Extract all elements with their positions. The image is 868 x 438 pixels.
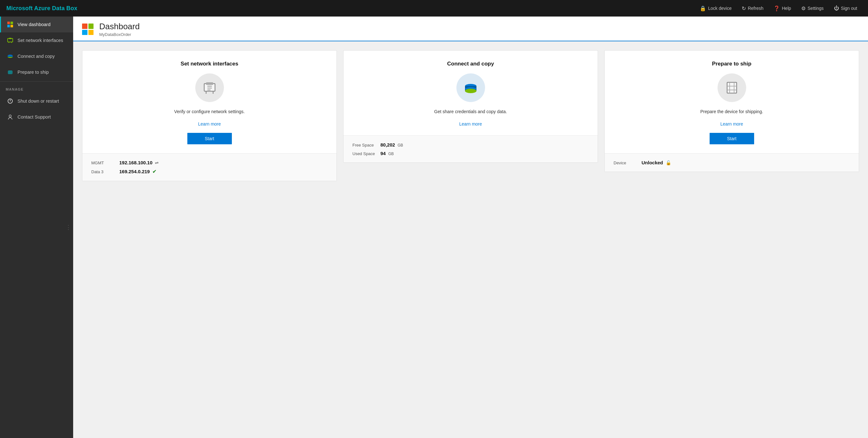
page-title: Dashboard (99, 22, 140, 31)
sidebar-label-dashboard: View dashboard (18, 22, 51, 27)
sidebar-drag-handle[interactable]: ⋮ (65, 224, 71, 231)
page-subtitle: MyDataBoxOrder (99, 32, 140, 37)
sidebar-item-contact-support[interactable]: Contact Support (0, 109, 73, 125)
svg-rect-0 (7, 22, 10, 24)
refresh-button[interactable]: ↻ Refresh (737, 3, 768, 13)
network-icon (7, 37, 14, 44)
ship-stat-device: Device Unlocked 🔓 (614, 160, 850, 165)
svg-rect-30 (727, 82, 737, 93)
network-card: Set network interfaces Verify or conf (82, 50, 337, 181)
help-button[interactable]: ❓ Help (769, 3, 796, 13)
copy-card: Connect and copy Get share credentials a… (343, 50, 598, 163)
sidebar-label-network: Set network interfaces (18, 38, 63, 43)
cards-container: Set network interfaces Verify or conf (73, 41, 868, 190)
mgmt-value: 192.168.100.10 (119, 160, 152, 165)
help-icon: ❓ (774, 5, 780, 11)
network-stat-data3: Data 3 169.254.0.219 ✔ (91, 168, 328, 174)
sidebar-item-shutdown[interactable]: Shut down or restart (0, 93, 73, 109)
shutdown-icon (7, 98, 14, 105)
svg-point-29 (465, 89, 476, 93)
ship-start-button[interactable]: Start (710, 133, 754, 144)
sidebar-item-view-dashboard[interactable]: View dashboard (0, 16, 73, 32)
device-unlock-icon: 🔓 (666, 160, 671, 165)
mgmt-link-icon: ⇌ (155, 160, 159, 165)
ship-icon (7, 69, 14, 76)
svg-rect-10 (8, 56, 13, 57)
svg-rect-1 (10, 22, 13, 24)
data3-label: Data 3 (91, 169, 117, 174)
copy-card-bottom: Free Space 80,202 GB Used Space 94 GB (343, 136, 598, 162)
copy-stat-free: Free Space 80,202 GB (352, 142, 589, 147)
mgmt-label: MGMT (91, 161, 117, 165)
svg-rect-5 (9, 38, 11, 39)
lock-icon: 🔒 (700, 5, 706, 11)
sidebar-divider (0, 81, 73, 82)
refresh-icon: ↻ (742, 5, 746, 11)
svg-rect-3 (10, 25, 13, 27)
svg-rect-19 (206, 82, 213, 85)
app-brand: Microsoft Azure Data Box (6, 5, 77, 12)
ship-card-desc: Prepare the device for shipping. (701, 108, 763, 115)
content-header: Dashboard MyDataBoxOrder (73, 16, 868, 41)
copy-card-top: Connect and copy Get share credentials a… (343, 50, 598, 136)
sidebar: View dashboard Set network interfaces (0, 16, 73, 438)
sidebar-label-support: Contact Support (18, 114, 51, 120)
network-stat-mgmt: MGMT 192.168.100.10 ⇌ (91, 160, 328, 165)
manage-section-label: MANAGE (0, 83, 73, 93)
network-learn-more-link[interactable]: Learn more (198, 122, 221, 127)
sidebar-label-shutdown: Shut down or restart (18, 99, 59, 104)
dashboard-header-icon (82, 24, 94, 35)
lock-device-button[interactable]: 🔒 Lock device (695, 3, 736, 13)
network-start-button[interactable]: Start (187, 133, 232, 144)
device-label: Device (614, 161, 639, 165)
support-icon (7, 113, 14, 121)
copy-icon (7, 53, 14, 60)
network-card-top: Set network interfaces Verify or conf (82, 50, 337, 154)
copy-card-icon (457, 73, 485, 102)
used-space-unit: GB (389, 151, 394, 156)
signout-icon: ⏻ (834, 5, 839, 11)
data3-badge: ✔ (152, 168, 156, 174)
ship-card-bottom: Device Unlocked 🔓 (604, 154, 859, 172)
topbar: Microsoft Azure Data Box 🔒 Lock device ↻… (0, 0, 868, 16)
copy-card-desc: Get share credentials and copy data. (434, 108, 507, 115)
content-area: Dashboard MyDataBoxOrder Set network int… (73, 16, 868, 438)
settings-button[interactable]: ⚙ Settings (797, 3, 828, 13)
network-card-icon (195, 73, 224, 102)
ship-card-icon (718, 73, 746, 102)
settings-icon: ⚙ (801, 5, 806, 11)
header-text: Dashboard MyDataBoxOrder (99, 22, 140, 37)
ship-card-title: Prepare to ship (712, 61, 752, 67)
svg-point-17 (9, 115, 11, 117)
copy-card-title: Connect and copy (447, 61, 494, 67)
sidebar-item-set-network[interactable]: Set network interfaces (0, 32, 73, 48)
copy-stat-used: Used Space 94 GB (352, 151, 589, 156)
sidebar-item-connect-copy[interactable]: Connect and copy (0, 48, 73, 64)
dashboard-icon (7, 21, 14, 28)
used-space-label: Used Space (352, 151, 378, 156)
ship-card: Prepare to ship Prepare the device for s… (604, 50, 859, 172)
svg-rect-2 (7, 25, 10, 27)
ship-card-top: Prepare to ship Prepare the device for s… (604, 50, 859, 154)
free-space-label: Free Space (352, 143, 378, 147)
free-space-value: 80,202 (380, 142, 395, 147)
sidebar-item-prepare-ship[interactable]: Prepare to ship (0, 64, 73, 80)
topbar-actions: 🔒 Lock device ↻ Refresh ❓ Help ⚙ Setting… (695, 3, 862, 13)
sidebar-label-ship: Prepare to ship (18, 70, 49, 75)
signout-button[interactable]: ⏻ Sign out (830, 3, 862, 13)
network-card-title: Set network interfaces (181, 61, 238, 67)
data3-value: 169.254.0.219 (119, 169, 150, 174)
device-value: Unlocked (642, 160, 663, 165)
network-card-desc: Verify or configure network settings. (174, 108, 245, 115)
main-layout: View dashboard Set network interfaces (0, 16, 868, 438)
network-card-bottom: MGMT 192.168.100.10 ⇌ Data 3 169.254.0.2… (82, 154, 337, 181)
used-space-value: 94 (380, 151, 386, 156)
copy-learn-more-link[interactable]: Learn more (459, 122, 482, 127)
sidebar-label-copy: Connect and copy (18, 54, 55, 59)
free-space-unit: GB (398, 143, 403, 147)
ship-learn-more-link[interactable]: Learn more (720, 122, 743, 127)
